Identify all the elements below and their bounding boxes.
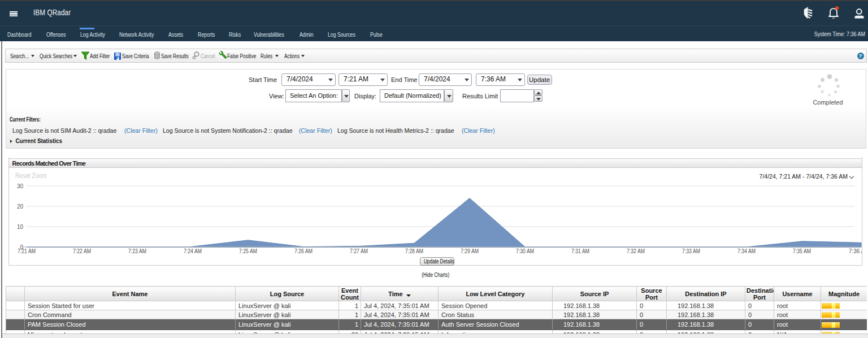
svg-text:7:23 AM: 7:23 AM (128, 248, 146, 254)
svg-text:7:36 A: 7:36 A (849, 248, 862, 254)
svg-text:7:35 AM: 7:35 AM (793, 248, 811, 254)
svg-text:30: 30 (17, 183, 24, 189)
svg-text:7:22 AM: 7:22 AM (73, 248, 91, 254)
svg-text:7:28 AM: 7:28 AM (405, 248, 423, 254)
svg-text:7:33 AM: 7:33 AM (682, 248, 700, 254)
svg-text:20: 20 (17, 203, 24, 210)
svg-text:7:27 AM: 7:27 AM (350, 248, 368, 254)
svg-text:7:24 AM: 7:24 AM (184, 248, 202, 254)
svg-text:7:34 AM: 7:34 AM (737, 248, 756, 254)
svg-text:7:26 AM: 7:26 AM (294, 248, 313, 254)
svg-text:7:25 AM: 7:25 AM (239, 248, 257, 254)
svg-text:7:21 AM: 7:21 AM (18, 248, 36, 254)
svg-text:10: 10 (17, 224, 24, 230)
svg-text:7:31 AM: 7:31 AM (571, 248, 589, 254)
svg-text:7:30 AM: 7:30 AM (516, 248, 534, 254)
svg-text:7:32 AM: 7:32 AM (627, 248, 645, 254)
svg-text:7:29 AM: 7:29 AM (461, 248, 479, 254)
